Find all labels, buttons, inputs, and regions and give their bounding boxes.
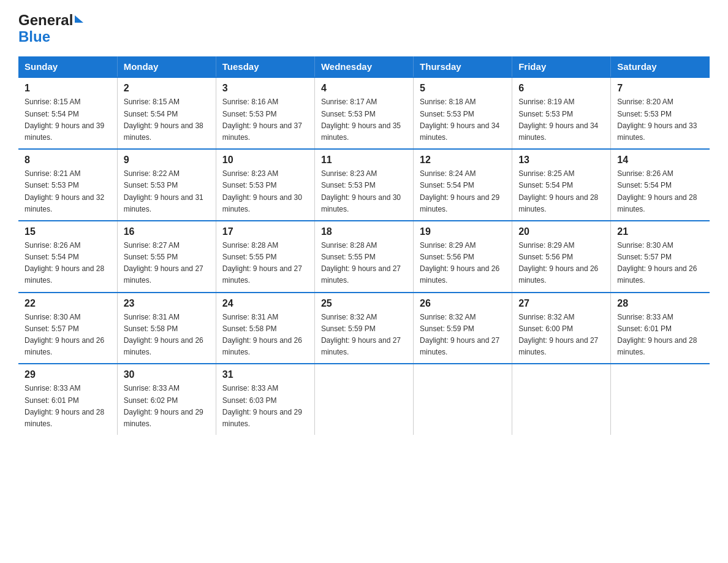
day-info: Sunrise: 8:29 AMSunset: 5:56 PMDaylight:… xyxy=(420,240,506,287)
day-info: Sunrise: 8:31 AMSunset: 5:58 PMDaylight:… xyxy=(124,312,210,359)
calendar-cell: 27Sunrise: 8:32 AMSunset: 6:00 PMDayligh… xyxy=(512,293,611,364)
calendar-cell: 12Sunrise: 8:24 AMSunset: 5:54 PMDayligh… xyxy=(414,149,512,221)
day-info: Sunrise: 8:20 AMSunset: 5:53 PMDaylight:… xyxy=(617,96,703,144)
header-day-wednesday: Wednesday xyxy=(314,56,413,77)
day-info: Sunrise: 8:21 AMSunset: 5:53 PMDaylight:… xyxy=(25,168,111,215)
day-info: Sunrise: 8:18 AMSunset: 5:53 PMDaylight:… xyxy=(420,96,506,144)
day-info: Sunrise: 8:25 AMSunset: 5:54 PMDaylight:… xyxy=(518,168,604,215)
header-day-saturday: Saturday xyxy=(611,56,710,77)
day-number: 21 xyxy=(617,226,703,237)
day-info: Sunrise: 8:31 AMSunset: 5:58 PMDaylight:… xyxy=(222,312,308,359)
header: General Blue xyxy=(18,12,710,45)
day-info: Sunrise: 8:28 AMSunset: 5:55 PMDaylight:… xyxy=(222,240,308,287)
header-day-friday: Friday xyxy=(512,56,611,77)
day-info: Sunrise: 8:32 AMSunset: 5:59 PMDaylight:… xyxy=(420,312,506,359)
calendar-body: 1Sunrise: 8:15 AMSunset: 5:54 PMDaylight… xyxy=(18,77,710,435)
logo-general: General xyxy=(18,12,73,28)
day-number: 25 xyxy=(321,298,407,309)
day-info: Sunrise: 8:33 AMSunset: 6:01 PMDaylight:… xyxy=(617,312,703,359)
calendar-cell: 9Sunrise: 8:22 AMSunset: 5:53 PMDaylight… xyxy=(117,149,216,221)
day-info: Sunrise: 8:26 AMSunset: 5:54 PMDaylight:… xyxy=(617,168,703,215)
calendar-cell: 7Sunrise: 8:20 AMSunset: 5:53 PMDaylight… xyxy=(611,77,710,149)
day-number: 18 xyxy=(321,226,407,237)
calendar-cell: 4Sunrise: 8:17 AMSunset: 5:53 PMDaylight… xyxy=(314,77,413,149)
day-number: 7 xyxy=(617,83,703,94)
day-number: 26 xyxy=(420,298,506,309)
calendar-cell: 3Sunrise: 8:16 AMSunset: 5:53 PMDaylight… xyxy=(216,77,314,149)
day-info: Sunrise: 8:32 AMSunset: 5:59 PMDaylight:… xyxy=(321,312,407,359)
calendar-cell: 24Sunrise: 8:31 AMSunset: 5:58 PMDayligh… xyxy=(216,293,314,364)
day-number: 9 xyxy=(124,155,210,166)
calendar-cell: 22Sunrise: 8:30 AMSunset: 5:57 PMDayligh… xyxy=(18,293,117,364)
day-number: 23 xyxy=(124,298,210,309)
day-info: Sunrise: 8:15 AMSunset: 5:54 PMDaylight:… xyxy=(25,96,111,144)
calendar-cell: 13Sunrise: 8:25 AMSunset: 5:54 PMDayligh… xyxy=(512,149,611,221)
calendar-cell: 10Sunrise: 8:23 AMSunset: 5:53 PMDayligh… xyxy=(216,149,314,221)
day-number: 17 xyxy=(222,226,308,237)
day-number: 29 xyxy=(25,369,111,380)
header-day-monday: Monday xyxy=(117,56,216,77)
calendar-cell: 5Sunrise: 8:18 AMSunset: 5:53 PMDaylight… xyxy=(414,77,512,149)
day-number: 10 xyxy=(222,155,308,166)
day-info: Sunrise: 8:24 AMSunset: 5:54 PMDaylight:… xyxy=(420,168,506,215)
day-number: 28 xyxy=(617,298,703,309)
day-number: 14 xyxy=(617,155,703,166)
logo-blue: Blue xyxy=(18,28,50,45)
calendar-cell: 30Sunrise: 8:33 AMSunset: 6:02 PMDayligh… xyxy=(117,364,216,435)
day-info: Sunrise: 8:22 AMSunset: 5:53 PMDaylight:… xyxy=(124,168,210,215)
day-info: Sunrise: 8:28 AMSunset: 5:55 PMDaylight:… xyxy=(321,240,407,287)
calendar-cell: 14Sunrise: 8:26 AMSunset: 5:54 PMDayligh… xyxy=(611,149,710,221)
calendar-cell: 15Sunrise: 8:26 AMSunset: 5:54 PMDayligh… xyxy=(18,221,117,293)
calendar-cell: 20Sunrise: 8:29 AMSunset: 5:56 PMDayligh… xyxy=(512,221,611,293)
day-number: 13 xyxy=(518,155,604,166)
logo-line1: General xyxy=(18,12,83,28)
calendar-cell: 23Sunrise: 8:31 AMSunset: 5:58 PMDayligh… xyxy=(117,293,216,364)
day-number: 3 xyxy=(222,83,308,94)
calendar-cell xyxy=(512,364,611,435)
calendar-cell: 6Sunrise: 8:19 AMSunset: 5:53 PMDaylight… xyxy=(512,77,611,149)
logo-area: General Blue xyxy=(18,12,83,45)
day-number: 15 xyxy=(25,226,111,237)
calendar-cell xyxy=(314,364,413,435)
week-row-2: 8Sunrise: 8:21 AMSunset: 5:53 PMDaylight… xyxy=(18,149,710,221)
day-number: 31 xyxy=(222,369,308,380)
day-number: 16 xyxy=(124,226,210,237)
day-number: 4 xyxy=(321,83,407,94)
header-day-tuesday: Tuesday xyxy=(216,56,314,77)
header-row: SundayMondayTuesdayWednesdayThursdayFrid… xyxy=(18,56,710,77)
day-info: Sunrise: 8:23 AMSunset: 5:53 PMDaylight:… xyxy=(222,168,308,215)
day-info: Sunrise: 8:33 AMSunset: 6:03 PMDaylight:… xyxy=(222,383,308,430)
day-number: 5 xyxy=(420,83,506,94)
day-info: Sunrise: 8:30 AMSunset: 5:57 PMDaylight:… xyxy=(617,240,703,287)
calendar-cell: 11Sunrise: 8:23 AMSunset: 5:53 PMDayligh… xyxy=(314,149,413,221)
day-info: Sunrise: 8:33 AMSunset: 6:01 PMDaylight:… xyxy=(25,383,111,430)
day-number: 24 xyxy=(222,298,308,309)
logo-arrow-icon xyxy=(75,15,83,23)
day-number: 6 xyxy=(518,83,604,94)
week-row-3: 15Sunrise: 8:26 AMSunset: 5:54 PMDayligh… xyxy=(18,221,710,293)
calendar-cell: 8Sunrise: 8:21 AMSunset: 5:53 PMDaylight… xyxy=(18,149,117,221)
day-number: 19 xyxy=(420,226,506,237)
day-number: 2 xyxy=(124,83,210,94)
calendar-table: SundayMondayTuesdayWednesdayThursdayFrid… xyxy=(18,56,710,435)
calendar-cell: 26Sunrise: 8:32 AMSunset: 5:59 PMDayligh… xyxy=(414,293,512,364)
week-row-4: 22Sunrise: 8:30 AMSunset: 5:57 PMDayligh… xyxy=(18,293,710,364)
calendar-cell: 25Sunrise: 8:32 AMSunset: 5:59 PMDayligh… xyxy=(314,293,413,364)
day-info: Sunrise: 8:29 AMSunset: 5:56 PMDaylight:… xyxy=(518,240,604,287)
day-number: 22 xyxy=(25,298,111,309)
calendar-cell: 16Sunrise: 8:27 AMSunset: 5:55 PMDayligh… xyxy=(117,221,216,293)
day-number: 30 xyxy=(124,369,210,380)
day-number: 27 xyxy=(518,298,604,309)
day-info: Sunrise: 8:16 AMSunset: 5:53 PMDaylight:… xyxy=(222,96,308,144)
header-day-thursday: Thursday xyxy=(414,56,512,77)
day-number: 1 xyxy=(25,83,111,94)
day-number: 12 xyxy=(420,155,506,166)
day-info: Sunrise: 8:27 AMSunset: 5:55 PMDaylight:… xyxy=(124,240,210,287)
day-info: Sunrise: 8:32 AMSunset: 6:00 PMDaylight:… xyxy=(518,312,604,359)
day-info: Sunrise: 8:30 AMSunset: 5:57 PMDaylight:… xyxy=(25,312,111,359)
calendar-cell xyxy=(414,364,512,435)
day-number: 8 xyxy=(25,155,111,166)
calendar-cell xyxy=(611,364,710,435)
day-info: Sunrise: 8:17 AMSunset: 5:53 PMDaylight:… xyxy=(321,96,407,144)
day-number: 20 xyxy=(518,226,604,237)
